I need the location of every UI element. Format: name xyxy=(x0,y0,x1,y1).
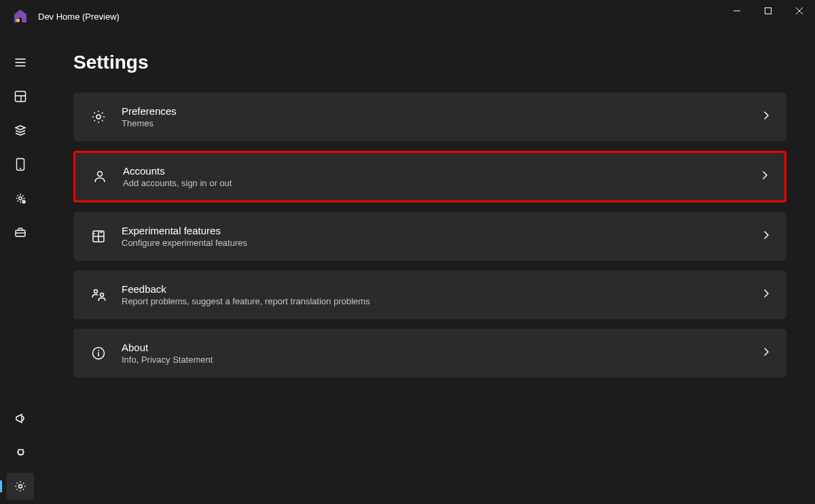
settings-item-subtitle: Themes xyxy=(122,118,761,128)
sidebar-item-machine-config[interactable] xyxy=(7,117,34,144)
settings-item-preferences[interactable]: Preferences Themes xyxy=(73,92,786,141)
settings-item-experimental[interactable]: Experimental features Configure experime… xyxy=(73,212,786,261)
settings-item-subtitle: Report problems, suggest a feature, repo… xyxy=(122,296,761,306)
sidebar-item-whatsnew[interactable] xyxy=(7,405,34,432)
minimize-button[interactable] xyxy=(721,0,753,22)
svg-rect-1 xyxy=(765,8,772,14)
sidebar-item-settings[interactable] xyxy=(7,473,34,500)
settings-item-title: Feedback xyxy=(122,283,761,295)
chevron-right-icon xyxy=(761,289,771,301)
settings-item-title: About xyxy=(122,342,761,353)
titlebar: Dev Home (Preview) xyxy=(0,0,815,33)
svg-rect-0 xyxy=(16,19,20,22)
settings-item-accounts[interactable]: Accounts Add accounts, sign in or out xyxy=(73,151,786,202)
svg-point-8 xyxy=(96,115,101,119)
person-icon xyxy=(90,167,109,186)
gear-icon xyxy=(89,107,108,126)
feedback-icon xyxy=(89,285,108,304)
sidebar-item-extensions[interactable] xyxy=(7,439,34,466)
settings-item-title: Experimental features xyxy=(122,225,761,236)
settings-item-feedback[interactable]: Feedback Report problems, suggest a feat… xyxy=(73,270,786,319)
app-logo-icon xyxy=(11,7,30,26)
settings-list: Preferences Themes Accounts Add acc xyxy=(73,92,786,378)
sidebar-item-environments[interactable] xyxy=(7,151,34,178)
window-controls xyxy=(721,0,815,22)
settings-item-subtitle: Info, Privacy Statement xyxy=(122,355,761,365)
maximize-button[interactable] xyxy=(753,0,784,22)
svg-point-9 xyxy=(98,172,103,177)
app-title: Dev Home (Preview) xyxy=(38,12,120,22)
info-icon xyxy=(89,344,108,363)
svg-point-4 xyxy=(19,197,22,200)
sidebar-item-toolbox[interactable] xyxy=(7,219,34,246)
svg-point-5 xyxy=(22,200,25,203)
main-content: Settings Preferences Themes xyxy=(41,33,815,504)
chevron-right-icon xyxy=(760,170,769,183)
hamburger-menu-button[interactable] xyxy=(7,49,34,76)
svg-point-11 xyxy=(94,290,98,293)
sidebar-item-utilities[interactable] xyxy=(7,185,34,212)
svg-point-7 xyxy=(19,485,22,488)
close-button[interactable] xyxy=(784,0,815,22)
sidebar xyxy=(0,33,41,504)
page-title: Settings xyxy=(73,52,786,73)
chevron-right-icon xyxy=(761,111,771,123)
settings-item-about[interactable]: About Info, Privacy Statement xyxy=(73,329,786,378)
settings-item-subtitle: Add accounts, sign in or out xyxy=(123,178,760,188)
settings-item-title: Accounts xyxy=(123,165,760,177)
settings-item-title: Preferences xyxy=(122,105,761,117)
svg-point-12 xyxy=(101,293,104,297)
apps-icon xyxy=(89,227,108,246)
svg-point-14 xyxy=(98,350,99,351)
sidebar-item-dashboard[interactable] xyxy=(7,83,34,110)
settings-item-subtitle: Configure experimental features xyxy=(122,238,761,248)
chevron-right-icon xyxy=(761,230,771,242)
svg-rect-2 xyxy=(16,92,26,102)
chevron-right-icon xyxy=(761,347,771,359)
